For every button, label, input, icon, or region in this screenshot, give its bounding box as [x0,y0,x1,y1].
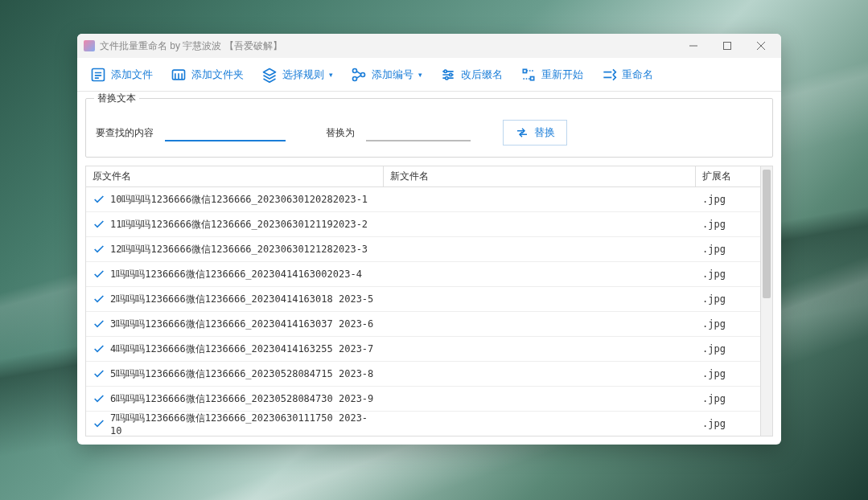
cell-original: 2吗吗吗1236666微信1236666_20230414163018 2023… [86,293,384,306]
original-name: 2吗吗吗1236666微信1236666_20230414163018 2023… [110,293,373,306]
table-row[interactable]: 2吗吗吗1236666微信1236666_20230414163018 2023… [86,287,760,312]
window-title: 文件批量重命名 by 宇慧波波 【吾爱破解】 [100,39,677,53]
restart-button[interactable]: 重新开始 [512,62,591,88]
table-row[interactable]: 7吗吗吗1236666微信1236666_20230630111750 2023… [86,412,760,436]
original-name: 1吗吗吗1236666微信1236666_20230414163002023-4 [110,268,362,281]
replace-input[interactable] [366,124,471,141]
cell-ext: .jpg [696,343,760,355]
svg-point-7 [450,73,452,76]
add-folder-button[interactable]: 添加文件夹 [162,62,252,88]
nodes-icon [351,67,367,83]
original-name: 6吗吗吗1236666微信1236666_20230528084730 2023… [110,392,373,406]
table-row[interactable]: 5吗吗吗1236666微信1236666_20230528084715 2023… [86,362,760,387]
original-name: 7吗吗吗1236666微信1236666_20230630111750 2023… [110,412,377,436]
panel-title: 替换文本 [94,92,139,105]
replace-panel: 替换文本 要查找的内容 替换为 替换 [85,98,773,158]
window-controls [677,34,778,58]
maximize-button[interactable] [710,34,744,58]
replace-panel-wrap: 替换文本 要查找的内容 替换为 替换 [77,92,781,166]
app-window: 文件批量重命名 by 宇慧波波 【吾爱破解】 添加文件 添加文件夹 选择规则 ▾ [77,34,781,445]
cell-original: 6吗吗吗1236666微信1236666_20230528084730 2023… [86,392,384,406]
change-ext-button[interactable]: 改后缀名 [432,62,511,88]
cell-ext: .jpg [696,194,760,205]
checkmark-icon [93,193,105,206]
chevron-down-icon: ▾ [329,71,333,79]
checkmark-icon [93,243,105,256]
minimize-button[interactable] [677,34,710,58]
svg-rect-2 [173,70,185,80]
file-icon [90,67,106,83]
cell-original: 11吗吗吗1236666微信1236666_20230630121192023-… [86,218,384,232]
checkmark-icon [93,293,105,305]
svg-rect-1 [93,68,105,80]
sliders-icon [440,67,456,83]
table-row[interactable]: 11吗吗吗1236666微信1236666_20230630121192023-… [86,212,760,237]
cell-ext: .jpg [696,268,760,280]
checkmark-icon [93,367,105,380]
find-label: 要查找的内容 [96,126,154,140]
svg-point-4 [353,76,357,80]
maximize-icon [723,42,731,50]
svg-rect-10 [531,76,534,80]
checkmark-icon [93,318,105,330]
select-rule-button[interactable]: 选择规则 ▾ [253,62,341,88]
checkmark-icon [93,392,105,405]
table-row[interactable]: 6吗吗吗1236666微信1236666_20230528084730 2023… [86,387,760,412]
cell-original: 1吗吗吗1236666微信1236666_20230414163002023-4 [86,268,384,281]
cell-original: 10吗吗吗1236666微信1236666_20230630120282023-… [86,193,384,207]
checkmark-icon [93,342,105,355]
cell-ext: .jpg [696,244,760,255]
add-file-button[interactable]: 添加文件 [82,62,161,88]
grid-body: 10吗吗吗1236666微信1236666_20230630120282023-… [86,187,760,436]
find-input[interactable] [165,124,286,141]
cell-ext: .jpg [696,293,760,305]
replace-button[interactable]: 替换 [503,120,567,145]
restart-icon [520,67,537,83]
checkmark-icon [93,417,105,430]
col-original[interactable]: 原文件名 [86,166,384,186]
cell-ext: .jpg [696,393,760,404]
rename-label: 重命名 [622,68,653,82]
table-row[interactable]: 4吗吗吗1236666微信1236666_20230414163255 2023… [86,337,760,362]
scrollbar-thumb[interactable] [763,170,771,298]
app-icon [84,40,95,51]
cell-original: 3吗吗吗1236666微信1236666_20230414163037 2023… [86,318,384,331]
cell-original: 5吗吗吗1236666微信1236666_20230528084715 2023… [86,367,384,381]
replace-label: 替换为 [326,126,355,140]
toolbar: 添加文件 添加文件夹 选择规则 ▾ 添加编号 ▾ 改后缀名 重新开始 重命名 [77,58,781,92]
original-name: 12吗吗吗1236666微信1236666_20230630121282023-… [110,243,368,256]
col-new[interactable]: 新文件名 [384,166,696,186]
original-name: 11吗吗吗1236666微信1236666_20230630121192023-… [110,218,368,232]
checkmark-icon [93,218,105,231]
cell-ext: .jpg [696,368,760,379]
select-rule-label: 选择规则 [282,68,324,82]
vertical-scrollbar[interactable] [761,166,773,436]
minimize-icon [689,42,697,50]
change-ext-label: 改后缀名 [461,68,503,82]
add-number-button[interactable]: 添加编号 ▾ [343,62,430,88]
replace-button-label: 替换 [534,125,555,140]
grid-wrap: 原文件名 新文件名 扩展名 10吗吗吗1236666微信1236666_2023… [77,166,781,445]
table-row[interactable]: 3吗吗吗1236666微信1236666_20230414163037 2023… [86,312,760,337]
close-button[interactable] [744,34,778,58]
folder-stack-icon [171,67,187,83]
rename-button[interactable]: 重命名 [593,62,661,88]
close-icon [757,42,765,50]
original-name: 4吗吗吗1236666微信1236666_20230414163255 2023… [110,342,373,356]
layers-icon [261,67,278,83]
swap-icon [515,125,529,140]
titlebar: 文件批量重命名 by 宇慧波波 【吾爱破解】 [77,34,781,58]
cell-ext: .jpg [696,318,760,330]
original-name: 5吗吗吗1236666微信1236666_20230528084715 2023… [110,367,373,381]
add-file-label: 添加文件 [111,68,153,82]
rename-icon [601,67,617,83]
checkmark-icon [93,268,105,281]
table-row[interactable]: 1吗吗吗1236666微信1236666_20230414163002023-4… [86,262,760,287]
cell-ext: .jpg [696,219,760,230]
col-ext[interactable]: 扩展名 [696,166,760,186]
replace-row: 要查找的内容 替换为 替换 [96,120,763,145]
cell-original: 7吗吗吗1236666微信1236666_20230630111750 2023… [86,412,384,436]
table-row[interactable]: 12吗吗吗1236666微信1236666_20230630121282023-… [86,237,760,262]
table-row[interactable]: 10吗吗吗1236666微信1236666_20230630120282023-… [86,187,760,212]
add-number-label: 添加编号 [372,68,413,82]
